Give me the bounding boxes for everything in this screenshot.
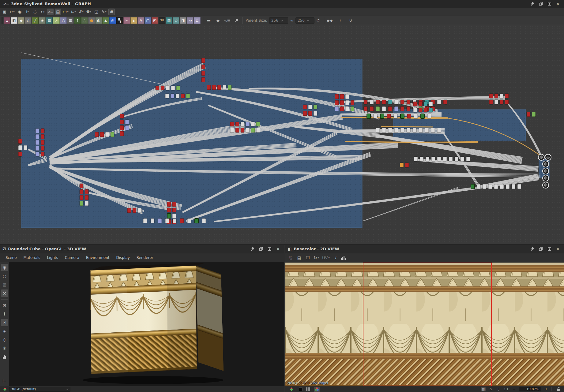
graph-node[interactable] (345, 94, 349, 99)
graph-node[interactable] (167, 214, 171, 218)
graph-node[interactable] (387, 114, 391, 118)
menu-lights[interactable]: Lights (44, 254, 61, 261)
graph-node[interactable] (303, 105, 307, 109)
graph-node[interactable] (407, 128, 410, 133)
graph-node[interactable] (367, 114, 370, 118)
graph-node[interactable] (173, 218, 176, 223)
toolbar-grip[interactable] (1, 17, 3, 24)
zoom-level-field[interactable]: 19.87% (519, 387, 541, 391)
menu-renderer[interactable]: Renderer (133, 254, 156, 261)
graph-node[interactable] (419, 108, 422, 112)
graph-node[interactable] (419, 128, 423, 133)
graph-node[interactable] (207, 85, 211, 90)
graph-node[interactable] (36, 134, 39, 139)
mirror-node[interactable]: ◭ (130, 17, 137, 24)
graph-node[interactable] (217, 85, 221, 90)
graph-node[interactable] (466, 157, 470, 161)
save-image-icon[interactable]: ▤ (296, 255, 302, 261)
focus-node-icon[interactable]: ◱ (93, 9, 100, 15)
graph-node[interactable] (489, 100, 493, 104)
graph-node[interactable] (171, 86, 175, 90)
graph-node[interactable] (382, 128, 386, 133)
grid-snap-icon[interactable]: # (108, 9, 115, 15)
graph-node[interactable] (105, 132, 109, 137)
close-icon[interactable]: ✕ (276, 247, 280, 252)
space-nodes-icon[interactable]: ●-● (326, 17, 333, 24)
pin-node-icon[interactable] (233, 17, 240, 24)
graph-node[interactable] (125, 125, 129, 130)
graph-node[interactable] (500, 94, 503, 98)
switch-01-node[interactable]: °01 (159, 17, 165, 24)
graph-node[interactable] (172, 214, 176, 218)
graph-node[interactable] (443, 100, 447, 104)
graph-node[interactable] (36, 129, 39, 133)
graph-node[interactable] (165, 218, 169, 223)
graph-node[interactable] (419, 102, 422, 106)
menu-display[interactable]: Display (113, 254, 133, 261)
graph-node[interactable] (212, 85, 216, 90)
graph-node[interactable] (413, 108, 417, 112)
menu-environment[interactable]: Environment (83, 254, 113, 261)
background-swatch[interactable] (299, 387, 303, 391)
snapshot-camera-icon[interactable]: ◉ (17, 9, 23, 15)
splatter-node[interactable]: ✂ (123, 17, 130, 24)
graph-node[interactable] (167, 202, 171, 207)
graph-node[interactable] (111, 132, 114, 137)
wireframe-box-icon[interactable]: ⊠ (1, 302, 8, 309)
graph-node[interactable] (388, 106, 392, 111)
graph-node[interactable] (167, 208, 171, 212)
camera-icon[interactable]: ◉ (1, 264, 8, 271)
graph-node[interactable] (483, 184, 486, 189)
light-bulb-icon[interactable]: ○ (1, 272, 8, 280)
pin-icon[interactable] (530, 2, 535, 6)
elbow-connector-icon[interactable]: ∟▾ (70, 9, 77, 15)
dot-node[interactable]: ● (88, 17, 95, 24)
curve-dot-node[interactable]: ↝ (187, 17, 194, 24)
color-wheel-node[interactable]: ◎ (109, 17, 116, 24)
stats-bars-icon[interactable] (1, 353, 8, 360)
reset-size-icon[interactable]: ↺ (314, 17, 322, 24)
lock-zoom-icon[interactable] (557, 387, 560, 391)
graph-node[interactable] (335, 94, 339, 99)
graph-node[interactable] (424, 102, 427, 106)
graph-node[interactable] (506, 184, 509, 189)
flood-fill-node[interactable]: ▦ (67, 17, 74, 24)
graph-node[interactable] (161, 86, 164, 90)
graph-node[interactable] (241, 128, 244, 133)
graph-node[interactable] (201, 58, 205, 63)
graph-node[interactable] (376, 100, 380, 104)
graph-node[interactable] (413, 102, 417, 106)
graph-node[interactable] (380, 114, 384, 118)
graph-node[interactable] (517, 184, 521, 189)
curve-node[interactable]: ╱ (32, 17, 39, 24)
graph-node[interactable] (500, 100, 503, 104)
graph-node[interactable] (120, 125, 124, 130)
graph-node[interactable] (437, 157, 441, 161)
graph-node[interactable] (156, 86, 159, 90)
graph-node[interactable] (489, 94, 493, 98)
graph-node[interactable] (201, 71, 205, 76)
graph-node[interactable] (172, 202, 176, 207)
search-icon[interactable]: ◌ (32, 9, 38, 15)
graph-node[interactable] (505, 100, 509, 104)
height-extrude-node[interactable]: ↑ (74, 17, 81, 24)
graph-node[interactable] (345, 106, 349, 111)
dot-link-icon[interactable]: -●- (214, 17, 222, 24)
graph-node[interactable] (374, 114, 377, 118)
viewport-2d[interactable]: 2048 x 2048 (RGBA, 8bpc) (285, 263, 564, 386)
close-icon[interactable]: ✕ (555, 2, 560, 6)
zoom-out-icon[interactable]: − (511, 387, 516, 391)
graph-node[interactable] (376, 106, 380, 111)
graph-node[interactable] (505, 94, 509, 98)
graph-node[interactable] (202, 218, 206, 223)
gizmo-axes-icon[interactable]: ✛ (1, 310, 8, 318)
export-image-icon[interactable]: ⎘ (288, 255, 293, 261)
graph-node[interactable] (340, 106, 344, 111)
info-icon[interactable]: i▾ (24, 9, 31, 15)
cells-node[interactable]: ▨ (166, 17, 172, 24)
parent-size-width-select[interactable]: 256 (269, 17, 288, 24)
dissolve-node[interactable]: ◩ (152, 17, 158, 24)
rotator-icon[interactable]: ✳ (1, 345, 8, 352)
graph-node[interactable] (120, 120, 124, 124)
graph-node[interactable] (85, 189, 88, 194)
